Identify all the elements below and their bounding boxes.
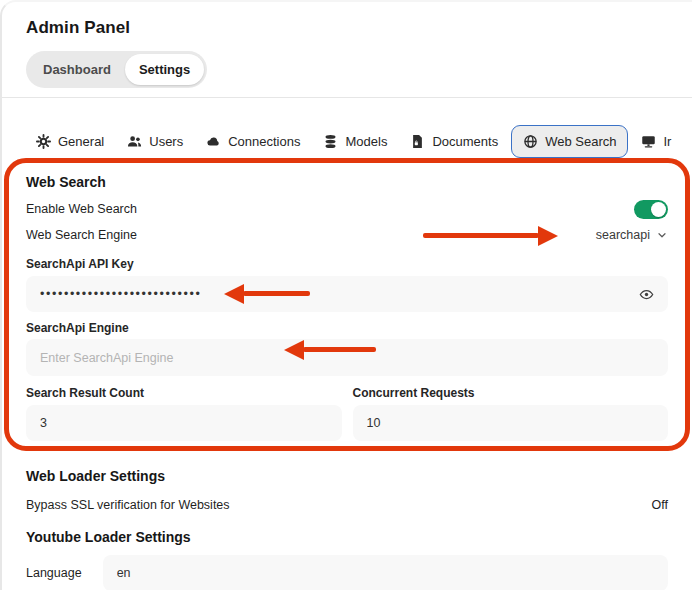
- bypass-ssl-row: Bypass SSL verification for Websites Off: [26, 496, 668, 513]
- tab-users[interactable]: Users: [117, 125, 193, 158]
- search-result-count-input[interactable]: [40, 416, 328, 430]
- enable-web-search-label: Enable Web Search: [26, 202, 137, 216]
- web-loader-section-heading: Web Loader Settings: [26, 468, 668, 484]
- searchapi-api-key-input[interactable]: [40, 287, 639, 301]
- bypass-ssl-toggle-button[interactable]: Off: [652, 498, 668, 512]
- chevron-down-icon: [656, 229, 668, 241]
- header-divider: [2, 97, 692, 98]
- tab-label: Documents: [432, 134, 498, 149]
- web-search-engine-value: searchapi: [596, 228, 650, 242]
- monitor-icon: [641, 134, 656, 149]
- search-result-count-label: Search Result Count: [26, 386, 342, 400]
- gear-icon: [36, 134, 51, 149]
- tab-label: Web Search: [545, 134, 616, 149]
- nav-tab-dashboard[interactable]: Dashboard: [29, 54, 125, 85]
- searchapi-api-key-field[interactable]: [26, 276, 668, 312]
- tab-connections[interactable]: Connections: [196, 125, 310, 158]
- page-title: Admin Panel: [26, 18, 668, 38]
- tab-label: Users: [149, 134, 183, 149]
- admin-nav-segmented-control: Dashboard Settings: [26, 51, 207, 88]
- tab-web-search[interactable]: Web Search: [511, 125, 628, 158]
- concurrent-requests-field[interactable]: [353, 405, 669, 441]
- concurrent-requests-label: Concurrent Requests: [353, 386, 669, 400]
- tab-label: Ir: [663, 134, 671, 149]
- enable-web-search-row: Enable Web Search: [26, 199, 668, 219]
- document-lock-icon: [410, 134, 425, 149]
- tab-general[interactable]: General: [26, 125, 114, 158]
- tab-documents[interactable]: Documents: [400, 125, 508, 158]
- tab-label: Models: [345, 134, 387, 149]
- tab-models[interactable]: Models: [313, 125, 397, 158]
- searchapi-engine-field[interactable]: [26, 339, 668, 376]
- bypass-ssl-label: Bypass SSL verification for Websites: [26, 498, 230, 512]
- nav-tab-settings[interactable]: Settings: [125, 54, 204, 85]
- globe-icon: [523, 134, 538, 149]
- web-search-section-heading: Web Search: [26, 174, 668, 190]
- show-api-key-button[interactable]: [639, 287, 654, 302]
- search-result-count-field[interactable]: [26, 405, 342, 441]
- web-search-engine-select[interactable]: searchapi: [596, 228, 668, 242]
- toggle-knob: [651, 202, 666, 217]
- users-icon: [127, 134, 142, 149]
- counts-fields-row: [26, 405, 668, 441]
- counts-labels-row: Search Result Count Concurrent Requests: [26, 386, 668, 400]
- web-search-engine-row: Web Search Engine searchapi: [26, 225, 668, 245]
- settings-tabbar: General Users Connections: [26, 125, 692, 158]
- tab-label: General: [58, 134, 104, 149]
- admin-panel-page: Admin Panel Dashboard Settings General: [0, 0, 692, 590]
- language-field[interactable]: [103, 555, 668, 590]
- language-label: Language: [26, 566, 82, 580]
- youtube-loader-section-heading: Youtube Loader Settings: [26, 529, 668, 545]
- searchapi-engine-label: SearchApi Engine: [26, 321, 668, 335]
- searchapi-api-key-label: SearchApi API Key: [26, 257, 668, 271]
- language-input[interactable]: [117, 566, 654, 580]
- enable-web-search-toggle[interactable]: [634, 200, 668, 219]
- database-icon: [323, 134, 338, 149]
- cloud-icon: [206, 134, 221, 149]
- searchapi-engine-input[interactable]: [40, 351, 654, 365]
- youtube-language-row: Language: [26, 555, 668, 590]
- tab-interface[interactable]: Ir: [631, 125, 681, 158]
- web-search-engine-label: Web Search Engine: [26, 228, 137, 242]
- concurrent-requests-input[interactable]: [367, 416, 655, 430]
- tab-label: Connections: [228, 134, 300, 149]
